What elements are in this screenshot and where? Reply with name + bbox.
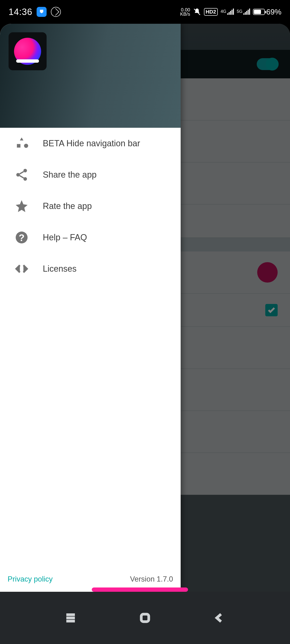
app-icon — [9, 32, 47, 70]
drawer-item-share[interactable]: Share the app — [0, 159, 181, 190]
drawer-item-licenses[interactable]: Licenses — [0, 253, 181, 284]
help-icon: ? — [14, 230, 30, 244]
recent-apps-button[interactable] — [63, 610, 78, 625]
drawer-item-help[interactable]: ? Help – FAQ — [0, 222, 181, 253]
status-bar: 14:36 0.00 KB/s HD2 4G 5G — [0, 0, 290, 24]
star-icon — [14, 199, 30, 213]
version-label: Version 1.7.0 — [130, 575, 173, 584]
drawer-item-label: Help – FAQ — [43, 232, 87, 242]
signal-4g: 4G — [221, 9, 234, 15]
status-bar-right: 0.00 KB/s HD2 4G 5G 69% — [180, 8, 281, 16]
gesture-home-bar[interactable] — [92, 588, 188, 592]
drawer-item-rate[interactable]: Rate the app — [0, 190, 181, 222]
home-button[interactable] — [138, 610, 152, 625]
svg-point-2 — [24, 177, 27, 181]
drawer-item-label: Rate the app — [43, 201, 92, 211]
drawer-item-label: BETA Hide navigation bar — [43, 138, 140, 148]
svg-point-0 — [24, 169, 27, 172]
status-time: 14:36 — [9, 7, 32, 17]
drawer-item-hide-navbar[interactable]: BETA Hide navigation bar — [0, 128, 181, 159]
notification-icon-app-download — [37, 7, 47, 17]
privacy-policy-link[interactable]: Privacy policy — [8, 575, 53, 584]
drawer-item-label: Share the app — [43, 170, 97, 180]
drawer-item-label: Licenses — [43, 264, 77, 274]
back-button[interactable] — [212, 610, 227, 625]
drawer-header — [0, 24, 181, 128]
svg-rect-5 — [141, 614, 149, 622]
drawer-list: BETA Hide navigation bar Share the app R… — [0, 128, 181, 571]
signal-5g: 5G — [237, 9, 250, 15]
notification-icon-compass — [51, 7, 61, 17]
navigation-drawer: BETA Hide navigation bar Share the app R… — [0, 24, 181, 592]
share-icon — [14, 168, 30, 182]
mute-icon — [193, 8, 201, 16]
status-data-rate: 0.00 KB/s — [180, 8, 190, 16]
system-navbar — [0, 592, 290, 644]
phone-screen: 14:36 0.00 KB/s HD2 4G 5G — [0, 0, 290, 644]
signal-4g-label: 4G — [221, 9, 227, 14]
battery-percent: 69% — [266, 8, 281, 16]
code-icon — [14, 262, 30, 276]
battery-indicator: 69% — [253, 8, 281, 16]
svg-text:?: ? — [19, 232, 25, 243]
signal-5g-label: 5G — [237, 9, 243, 14]
svg-point-1 — [17, 173, 20, 177]
status-bar-left: 14:36 — [9, 7, 61, 17]
hd-badge: HD2 — [204, 8, 218, 16]
shapes-icon — [14, 136, 30, 150]
status-data-rate-unit: KB/s — [180, 12, 190, 16]
